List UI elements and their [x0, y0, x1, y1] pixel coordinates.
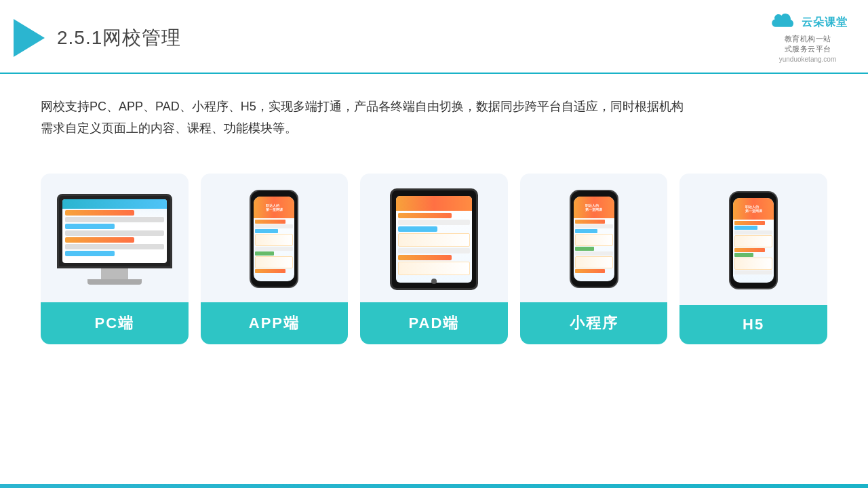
- card-h5-image: 职达人的第一堂网课: [679, 174, 827, 305]
- play-icon: [14, 19, 45, 57]
- miniprogram-phone-icon: 职达人的第一堂网课: [570, 190, 618, 288]
- card-pc: PC端: [41, 174, 189, 344]
- header-left: 2.5.1网校管理: [14, 19, 181, 57]
- card-pad-image: [360, 174, 508, 302]
- card-pad: PAD端: [360, 174, 508, 344]
- page-title: 2.5.1网校管理: [57, 25, 181, 51]
- cards-section: PC端 职达人的第一堂网课: [0, 160, 868, 358]
- pc-monitor-icon: [57, 194, 172, 285]
- card-app-image: 职达人的第一堂网课: [201, 174, 349, 302]
- card-pc-image: [41, 174, 189, 302]
- card-app-label: APP端: [201, 302, 349, 344]
- description-line2: 需求自定义页面上的内容、课程、功能模块等。: [41, 121, 297, 135]
- cloud-icon: [768, 12, 797, 33]
- card-miniprogram-image: 职达人的第一堂网课: [520, 174, 668, 302]
- logo-url: yunduoketang.com: [779, 56, 837, 63]
- description-text: 网校支持PC、APP、PAD、小程序、H5，实现多端打通，产品各终端自由切换，数…: [0, 74, 868, 153]
- card-miniprogram: 职达人的第一堂网课 小程序: [520, 174, 668, 344]
- logo-area: 云朵课堂 教育机构一站式服务云平台 yunduoketang.com: [768, 12, 848, 63]
- app-phone-icon: 职达人的第一堂网课: [250, 190, 298, 288]
- title-main: 网校管理: [102, 27, 181, 48]
- description-line1: 网校支持PC、APP、PAD、小程序、H5，实现多端打通，产品各终端自由切换，数…: [41, 100, 684, 113]
- card-miniprogram-label: 小程序: [520, 302, 668, 344]
- title-prefix: 2.5.1: [57, 27, 102, 48]
- card-app: 职达人的第一堂网课 APP端: [201, 174, 349, 344]
- card-h5-label: H5: [679, 305, 827, 344]
- pad-tablet-icon: [390, 188, 478, 290]
- card-h5: 职达人的第一堂网课 H5: [679, 174, 827, 344]
- card-pc-label: PC端: [41, 302, 189, 344]
- card-pad-label: PAD端: [360, 302, 508, 344]
- bottom-bar: [0, 484, 868, 488]
- header: 2.5.1网校管理 云朵课堂 教育机构一站式服务云平台 yunduoketang…: [0, 0, 868, 74]
- logo-subtitle: 教育机构一站式服务云平台: [785, 34, 831, 54]
- logo-cloud: 云朵课堂: [768, 12, 848, 33]
- logo-text: 云朵课堂: [802, 16, 848, 30]
- h5-phone-icon: 职达人的第一堂网课: [729, 191, 778, 289]
